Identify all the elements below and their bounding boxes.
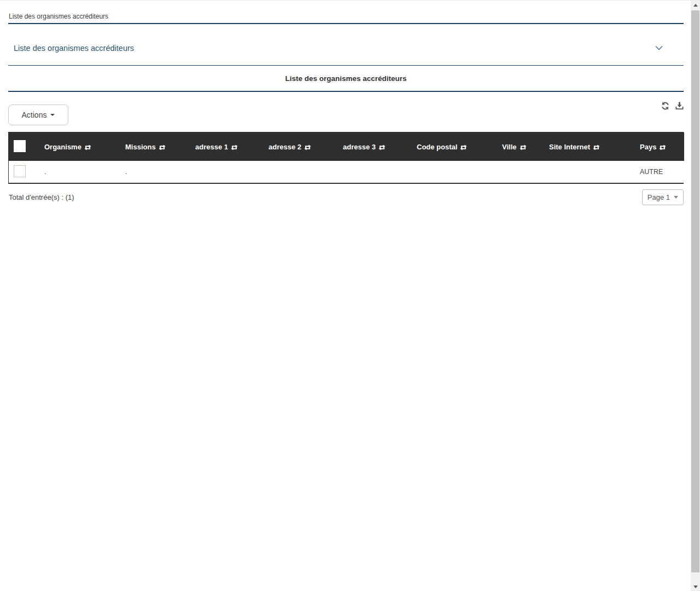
actions-button-label: Actions (22, 111, 47, 119)
cell-code_postal (412, 161, 498, 183)
page-selector-button[interactable]: Page 1 (642, 189, 684, 205)
table-body: ..AUTRE (9, 161, 684, 183)
column-header-pays[interactable]: Pays (635, 132, 684, 161)
main-content: Liste des organismes accréditeurs Liste … (8, 1, 684, 205)
row-select-cell (9, 161, 40, 183)
breadcrumb-label: Liste des organismes accréditeurs (9, 13, 108, 20)
column-header-code_postal[interactable]: Code postal (412, 132, 498, 161)
sort-arrows-icon (460, 144, 467, 150)
sort-arrows-icon (593, 144, 600, 150)
sort-arrows-icon (520, 144, 527, 150)
table-row[interactable]: ..AUTRE (9, 161, 684, 183)
header-select-cell (9, 132, 40, 161)
toolbar: Actions (8, 105, 684, 125)
column-header-label: Ville (502, 143, 517, 151)
column-header-organisme[interactable]: Organisme (40, 132, 121, 161)
row-checkbox[interactable] (14, 165, 26, 177)
select-all-checkbox[interactable] (14, 140, 26, 152)
download-icon (675, 102, 684, 112)
column-header-missions[interactable]: Missions (121, 132, 191, 161)
cell-site_internet (545, 161, 635, 183)
table-head: Organisme Missions adresse 1 (9, 132, 684, 161)
cell-adresse_3 (339, 161, 412, 183)
download-button[interactable] (675, 102, 684, 112)
actions-button[interactable]: Actions (8, 105, 68, 125)
scrollbar-thumb[interactable] (691, 10, 699, 572)
sort-arrows-icon (659, 144, 666, 150)
table-footer: Total d'entrée(s) : (1) Page 1 (8, 189, 684, 205)
cell-ville (498, 161, 545, 183)
table-container: Organisme Missions adresse 1 (8, 132, 684, 184)
refresh-icon (661, 102, 669, 112)
sort-arrows-icon (378, 144, 386, 150)
sort-arrows-icon (231, 144, 238, 150)
page-title-text: Liste des organismes accréditeurs (285, 74, 406, 83)
page-title: Liste des organismes accréditeurs (8, 66, 684, 92)
cell-organisme: . (40, 161, 121, 183)
chevron-down-icon[interactable] (655, 45, 663, 50)
column-header-site_internet[interactable]: Site Internet (545, 132, 635, 161)
total-entries-label: Total d'entrée(s) : (1) (8, 193, 74, 201)
column-header-adresse_3[interactable]: adresse 3 (339, 132, 412, 161)
sort-arrows-icon (159, 144, 166, 150)
column-header-ville[interactable]: Ville (498, 132, 545, 161)
column-header-adresse_2[interactable]: adresse 2 (264, 132, 339, 161)
sort-arrows-icon (84, 144, 91, 150)
scroll-up-icon (693, 4, 698, 7)
page-selector-label: Page 1 (648, 193, 670, 201)
scrollbar-up-button[interactable] (691, 1, 700, 10)
column-header-label: Pays (640, 143, 656, 151)
column-header-label: Code postal (417, 143, 457, 151)
cell-pays: AUTRE (635, 161, 684, 183)
table-header-row: Organisme Missions adresse 1 (9, 132, 684, 161)
column-header-label: adresse 3 (343, 143, 376, 151)
cell-adresse_2 (264, 161, 339, 183)
scroll-down-icon (693, 586, 698, 588)
column-header-label: Missions (125, 143, 156, 151)
column-header-adresse_1[interactable]: adresse 1 (191, 132, 264, 161)
vertical-scrollbar[interactable] (691, 1, 700, 591)
column-header-label: Organisme (44, 143, 81, 151)
org-table: Organisme Missions adresse 1 (9, 132, 684, 183)
column-header-label: adresse 2 (269, 143, 301, 151)
caret-down-icon (50, 114, 55, 116)
breadcrumb: Liste des organismes accréditeurs (8, 1, 684, 24)
panel-title: Liste des organismes accréditeurs (14, 44, 134, 53)
toolbar-icon-group (661, 102, 684, 112)
sort-arrows-icon (304, 144, 311, 150)
cell-adresse_1 (191, 161, 264, 183)
caret-down-icon (674, 196, 678, 199)
column-header-label: adresse 1 (195, 143, 228, 151)
panel-header[interactable]: Liste des organismes accréditeurs (8, 24, 684, 66)
scrollbar-down-button[interactable] (691, 582, 700, 591)
column-header-label: Site Internet (549, 143, 590, 151)
refresh-button[interactable] (661, 102, 669, 112)
cell-missions: . (121, 161, 191, 183)
